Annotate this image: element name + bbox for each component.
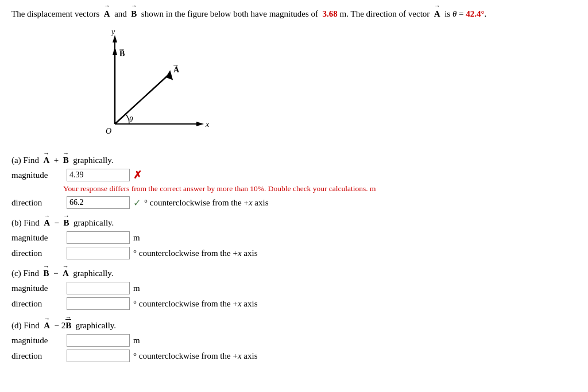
angle-value: 42.4° [466,9,484,18]
intro-text: The displacement vectors [11,9,104,18]
direction-suffix-b: ° counterclockwise from the +x axis [133,249,258,258]
magnitude-value: 3.68 [323,9,338,18]
svg-text:O: O [106,127,111,135]
direction-suffix-a: ° counterclockwise from the +x axis [144,198,269,208]
svg-line-11 [115,73,170,124]
part-a-direction-row: direction ✓ ° counterclockwise from the … [11,196,577,209]
part-c-section: (c) Find B − A graphically. magnitude m … [11,269,577,310]
main-text: shown in the figure below both have magn… [137,9,434,18]
direction-label-d: direction [11,351,63,361]
svg-marker-8 [113,46,117,55]
magnitude-input-c[interactable] [67,282,130,294]
magnitude-label-d: magnitude [11,336,63,346]
vector-b-label: B [131,7,137,21]
svg-text:→: → [172,61,179,69]
magnitude-input-a[interactable] [67,169,130,181]
part-a-section: (a) Find A + B graphically. magnitude ✗ … [11,156,577,209]
part-d-magnitude-row: magnitude m [11,334,577,347]
magnitude-label-c: magnitude [11,284,63,293]
and-text: and [110,9,131,18]
svg-text:y: y [110,28,115,36]
magnitude-input-b[interactable] [67,231,130,244]
magnitude-label-b: magnitude [11,233,63,243]
direction-suffix-d: ° counterclockwise from the +x axis [133,351,258,361]
part-c-title: (c) Find B − A graphically. [11,269,577,278]
direction-text: is θ = 42.4°. [440,9,487,18]
direction-suffix-c: ° counterclockwise from the +x axis [133,299,258,309]
part-a-magnitude-row: magnitude ✗ [11,169,577,181]
vector-a-label: A [104,7,110,21]
unit-label-b: m [133,233,140,243]
unit-label-d: m [133,336,140,346]
vector-a-label2: A [434,7,440,21]
part-c-direction-row: direction ° counterclockwise from the +x… [11,297,577,310]
part-a-title: (a) Find A + B graphically. [11,156,577,165]
svg-marker-3 [196,122,204,126]
part-b-section: (b) Find A − B graphically. magnitude m … [11,218,577,259]
part-d-title: (d) Find A − 2B graphically. [11,319,577,331]
direction-label-a: direction [11,198,63,208]
svg-text:x: x [205,120,210,129]
part-c-magnitude-row: magnitude m [11,282,577,294]
direction-input-d[interactable] [67,350,130,362]
svg-text:θ: θ [129,115,133,123]
svg-text:→: → [118,45,125,53]
direction-input-c[interactable] [67,297,130,310]
direction-input-a[interactable] [67,196,130,209]
direction-label-b: direction [11,249,63,258]
magnitude-input-d[interactable] [67,334,130,347]
part-b-magnitude-row: magnitude m [11,231,577,244]
vector-diagram: x y O B → A → θ [69,26,218,147]
error-message-a: Your response differs from the correct a… [63,184,577,193]
check-icon-a: ✓ [133,197,141,208]
unit-label-c: m [133,284,140,293]
direction-label-c: direction [11,299,63,309]
problem-statement: The displacement vectors A and B shown i… [11,7,577,21]
direction-input-b[interactable] [67,247,130,259]
error-x-icon-a: ✗ [133,169,142,181]
part-b-direction-row: direction ° counterclockwise from the +x… [11,247,577,259]
part-d-section: (d) Find A − 2B graphically. magnitude m… [11,319,577,362]
diagram-svg: x y O B → A → θ [69,26,218,147]
magnitude-label-a: magnitude [11,170,63,180]
part-d-direction-row: direction ° counterclockwise from the +x… [11,350,577,362]
part-b-title: (b) Find A − B graphically. [11,218,577,228]
